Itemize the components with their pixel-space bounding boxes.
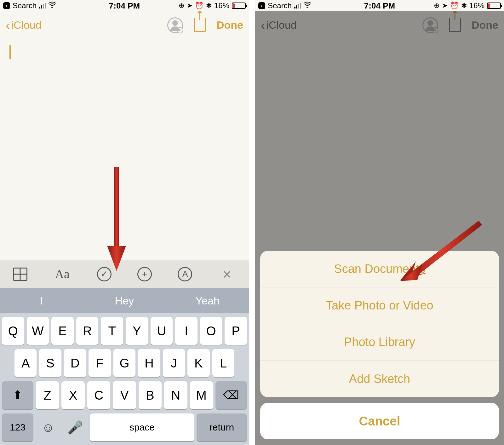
key-r[interactable]: R xyxy=(76,317,99,345)
bluetooth-icon: ✱ xyxy=(461,2,467,10)
text-cursor xyxy=(9,45,11,59)
back-button[interactable]: ‹ iCloud xyxy=(6,19,42,32)
key-t[interactable]: T xyxy=(101,317,123,345)
battery-icon xyxy=(232,3,246,9)
key-numbers[interactable]: 123 xyxy=(2,413,33,441)
back-to-app-icon[interactable]: ‹ xyxy=(3,2,10,9)
add-attachment-icon[interactable]: + xyxy=(137,267,152,281)
key-d[interactable]: D xyxy=(64,349,86,377)
status-bar: ‹ Search 7:04 PM ⊕ ➤ ⏰ ✱ 16% xyxy=(0,0,249,11)
key-k[interactable]: K xyxy=(187,349,209,377)
key-h[interactable]: H xyxy=(138,349,160,377)
chevron-left-icon: ‹ xyxy=(261,19,265,32)
key-x[interactable]: X xyxy=(61,381,84,409)
back-label: iCloud xyxy=(266,19,296,31)
key-backspace[interactable]: ⌫ xyxy=(215,381,247,409)
shift-icon: ⬆ xyxy=(13,388,23,402)
sheet-photo-library[interactable]: Photo Library xyxy=(260,324,499,361)
suggestion-3[interactable]: Yeah xyxy=(166,288,249,313)
key-l[interactable]: L xyxy=(212,349,234,377)
key-emoji[interactable]: ☺ xyxy=(36,413,60,441)
key-y[interactable]: Y xyxy=(126,317,148,345)
note-editor[interactable] xyxy=(0,39,249,260)
battery-icon xyxy=(487,3,501,9)
share-icon xyxy=(449,18,461,32)
key-return[interactable]: return xyxy=(197,413,247,441)
backspace-icon: ⌫ xyxy=(223,389,239,402)
suggestion-1[interactable]: I xyxy=(0,288,83,313)
action-sheet: Scan Documents Take Photo or Video Photo… xyxy=(260,251,499,439)
markup-icon[interactable]: A xyxy=(178,267,192,281)
key-q[interactable]: Q xyxy=(2,317,24,345)
orientation-lock-icon: ⊕ xyxy=(179,2,184,10)
orientation-lock-icon: ⊕ xyxy=(434,2,439,10)
table-icon[interactable] xyxy=(13,268,27,281)
key-m[interactable]: M xyxy=(190,381,213,409)
share-icon[interactable] xyxy=(194,18,206,32)
alarm-icon: ⏰ xyxy=(195,2,203,10)
sheet-take-photo-video[interactable]: Take Photo or Video xyxy=(260,287,499,324)
key-b[interactable]: B xyxy=(139,381,162,409)
battery-pct: 16% xyxy=(214,1,229,10)
phone-right: ‹ Search 7:04 PM ⊕ ➤ ⏰ ✱ 16% xyxy=(255,0,504,445)
phone-left: ‹ Search 7:04 PM ⊕ ➤ ⏰ ✱ 16% xyxy=(0,0,249,445)
key-v[interactable]: V xyxy=(113,381,136,409)
add-person-icon[interactable]: + xyxy=(167,17,183,33)
key-w[interactable]: W xyxy=(27,317,49,345)
cell-signal-icon xyxy=(39,3,46,9)
sheet-cancel[interactable]: Cancel xyxy=(260,403,499,439)
wifi-icon xyxy=(49,2,56,10)
suggestion-2[interactable]: Hey xyxy=(83,288,166,313)
key-s[interactable]: S xyxy=(39,349,61,377)
battery-pct: 16% xyxy=(469,1,484,10)
nav-bar: ‹ iCloud + Done xyxy=(0,11,249,39)
location-icon: ➤ xyxy=(442,2,448,10)
formatting-toolbar: Aa ✓ + A × xyxy=(0,260,249,288)
cell-signal-icon xyxy=(294,3,301,9)
key-u[interactable]: U xyxy=(151,317,173,345)
key-f[interactable]: F xyxy=(89,349,111,377)
checklist-icon[interactable]: ✓ xyxy=(97,267,112,281)
sheet-scan-documents[interactable]: Scan Documents xyxy=(260,251,499,287)
key-space[interactable]: space xyxy=(90,413,194,441)
quicktype-bar: I Hey Yeah xyxy=(0,288,249,313)
bluetooth-icon: ✱ xyxy=(206,2,212,10)
back-to-app-label[interactable]: Search xyxy=(268,1,292,10)
sheet-add-sketch[interactable]: Add Sketch xyxy=(260,361,499,397)
key-dictation[interactable]: 🎤 xyxy=(63,413,88,441)
keyboard: Q W E R T Y U I O P A S D F G H J K L xyxy=(0,313,249,445)
status-bar: ‹ Search 7:04 PM ⊕ ➤ ⏰ ✱ 16% xyxy=(255,0,504,11)
done-button[interactable]: Done xyxy=(216,19,243,31)
key-n[interactable]: N xyxy=(164,381,187,409)
dismiss-toolbar-icon[interactable]: × xyxy=(218,265,236,283)
back-to-app-icon[interactable]: ‹ xyxy=(258,2,265,9)
chevron-left-icon: ‹ xyxy=(6,19,10,32)
back-label: iCloud xyxy=(11,19,41,31)
wifi-icon xyxy=(304,2,311,10)
clock: 7:04 PM xyxy=(364,1,395,11)
back-button: ‹ iCloud xyxy=(261,19,297,32)
key-z[interactable]: Z xyxy=(36,381,59,409)
nav-bar: ‹ iCloud + Done xyxy=(255,11,504,39)
done-button: Done xyxy=(472,19,498,31)
key-e[interactable]: E xyxy=(51,317,74,345)
text-style-icon[interactable]: Aa xyxy=(53,265,71,283)
key-shift[interactable]: ⬆ xyxy=(2,381,33,409)
alarm-icon: ⏰ xyxy=(450,2,459,10)
location-icon: ➤ xyxy=(187,2,192,10)
clock: 7:04 PM xyxy=(109,1,140,11)
key-p[interactable]: P xyxy=(225,317,247,345)
add-person-icon: + xyxy=(422,17,438,33)
key-j[interactable]: J xyxy=(163,349,185,377)
back-to-app-label[interactable]: Search xyxy=(13,1,37,10)
key-o[interactable]: O xyxy=(200,317,222,345)
key-i[interactable]: I xyxy=(175,317,198,345)
key-g[interactable]: G xyxy=(113,349,135,377)
key-a[interactable]: A xyxy=(14,349,37,377)
key-c[interactable]: C xyxy=(87,381,110,409)
